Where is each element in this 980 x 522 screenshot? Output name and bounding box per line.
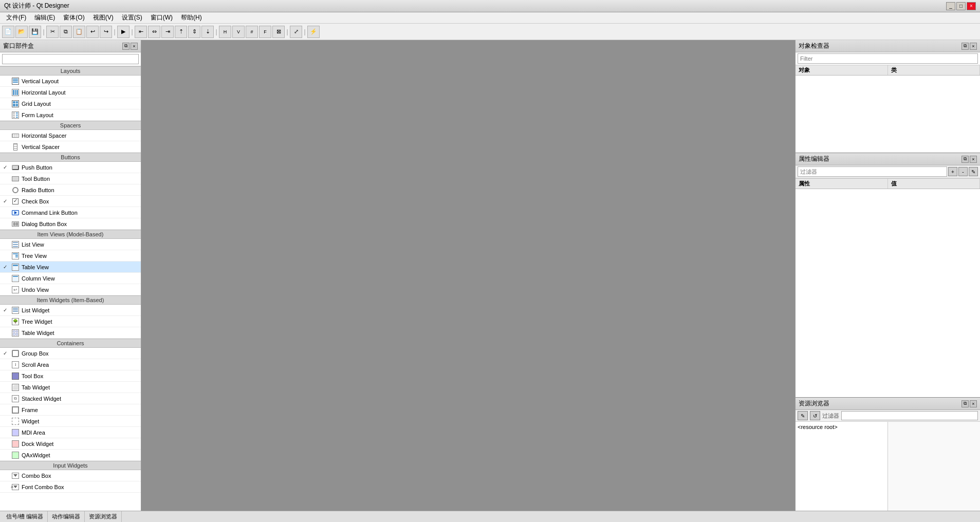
qaxwidget-icon [11, 451, 20, 459]
layout-form-button[interactable]: F [259, 26, 271, 38]
menu-help[interactable]: 帮助(H) [177, 12, 206, 23]
close-button[interactable]: × [967, 2, 976, 10]
section-layouts: Layouts [0, 66, 141, 76]
list-item[interactable]: Vertical Layout [0, 76, 141, 87]
list-item[interactable]: Combo Box [0, 470, 141, 481]
layout-horiz-button[interactable]: H [219, 26, 231, 38]
list-item[interactable]: ✓ List Widget [0, 305, 141, 316]
align-left-button[interactable]: ⇤ [135, 26, 147, 38]
list-item[interactable]: Dialog Button Box [0, 218, 141, 230]
resource-preview [888, 422, 980, 511]
open-button[interactable]: 📂 [15, 26, 28, 38]
widget-box-close-button[interactable]: × [131, 43, 138, 50]
inspector-close-button[interactable]: × [970, 43, 977, 50]
status-action-editor[interactable]: 动作编辑器 [48, 511, 85, 522]
list-widget-icon [11, 306, 20, 314]
list-item[interactable]: ⧉ Stacked Widget [0, 393, 141, 404]
inspector-col-class: 类 [888, 65, 981, 75]
minimize-button[interactable]: _ [946, 2, 955, 10]
tool-button-icon [11, 175, 20, 183]
copy-button[interactable]: ⧉ [60, 26, 72, 38]
menu-form[interactable]: 窗体(O) [59, 12, 88, 23]
list-item[interactable]: Column View [0, 273, 141, 284]
widget-box-float-button[interactable]: ⧉ [122, 43, 130, 50]
preview-button[interactable]: ▶ [117, 26, 130, 38]
list-item[interactable]: Grid Layout [0, 98, 141, 109]
resource-edit-button[interactable]: ✎ [798, 411, 808, 420]
table-view-label: Table View [22, 264, 49, 270]
property-edit-button[interactable]: ✎ [969, 167, 978, 176]
menu-settings[interactable]: 设置(S) [118, 12, 146, 23]
save-button[interactable]: 💾 [29, 26, 41, 38]
property-close-button[interactable]: × [970, 156, 977, 163]
list-item[interactable]: Command Link Button [0, 207, 141, 218]
menu-edit[interactable]: 编辑(E) [30, 12, 59, 23]
list-item[interactable]: Horizontal Layout [0, 87, 141, 98]
list-item[interactable]: Tree View [0, 250, 141, 262]
combo-box-icon [11, 472, 20, 480]
list-item[interactable]: ↩ Undo View [0, 284, 141, 295]
property-remove-button[interactable]: - [958, 167, 968, 176]
adjust-size-button[interactable]: ⤢ [290, 26, 302, 38]
widget-search-box [0, 52, 141, 66]
horizontal-layout-label: Horizontal Layout [22, 89, 66, 96]
list-item[interactable]: Radio Button [0, 184, 141, 196]
list-item[interactable]: Frame [0, 404, 141, 416]
list-item[interactable]: Table Widget [0, 327, 141, 339]
maximize-button[interactable]: □ [956, 2, 966, 10]
property-float-button[interactable]: ⧉ [961, 156, 969, 163]
list-item[interactable]: ⬜ Tab Widget [0, 382, 141, 393]
property-col-name: 属性 [796, 179, 888, 189]
list-item[interactable]: Horizontal Spacer [0, 130, 141, 141]
list-item[interactable]: Dock Widget [0, 438, 141, 450]
list-item[interactable]: ✓ Push Button [0, 162, 141, 173]
inspector-col-object: 对象 [796, 65, 888, 75]
list-item[interactable]: ↕ Scroll Area [0, 359, 141, 370]
redo-button[interactable]: ↪ [100, 26, 112, 38]
list-item[interactable]: A Font Combo Box [0, 481, 141, 493]
list-item[interactable]: Tool Button [0, 173, 141, 184]
align-horiz-button[interactable]: ⇔ [148, 26, 160, 38]
status-signal-editor[interactable]: 信号/槽 编辑器 [2, 511, 48, 522]
paste-button[interactable]: 📋 [73, 26, 85, 38]
property-filter-input[interactable] [798, 166, 947, 177]
undo-button[interactable]: ↩ [86, 26, 99, 38]
canvas-area[interactable] [141, 40, 795, 511]
align-right-button[interactable]: ⇥ [161, 26, 174, 38]
section-input-widgets: Input Widgets [0, 461, 141, 470]
list-item[interactable]: QAxWidget [0, 450, 141, 461]
break-layout-button[interactable]: ⊠ [272, 26, 285, 38]
list-item[interactable]: Form Layout [0, 109, 141, 121]
menu-window[interactable]: 窗口(W) [146, 12, 177, 23]
grid-layout-icon [11, 100, 20, 108]
menu-file[interactable]: 文件(F) [2, 12, 30, 23]
list-item[interactable]: Widget [0, 416, 141, 427]
list-item[interactable]: List View [0, 239, 141, 250]
align-bottom-button[interactable]: ⇣ [201, 26, 214, 38]
resource-float-button[interactable]: ⧉ [961, 400, 969, 407]
menu-view[interactable]: 视图(V) [89, 12, 118, 23]
list-item[interactable]: ✓ ✓ Check Box [0, 196, 141, 207]
list-item[interactable]: ✓ Group Box [0, 348, 141, 359]
inspector-float-button[interactable]: ⧉ [961, 43, 969, 50]
cut-button[interactable]: ✂ [46, 26, 59, 38]
new-button[interactable]: 📄 [2, 26, 14, 38]
signal-slot-button[interactable]: ⚡ [307, 26, 320, 38]
resource-refresh-button[interactable]: ↺ [810, 411, 820, 420]
list-item[interactable]: ✓ Table View [0, 262, 141, 273]
list-item[interactable]: Vertical Spacer [0, 141, 141, 153]
list-item[interactable]: Tool Box [0, 370, 141, 382]
widget-search-input[interactable] [2, 54, 139, 64]
align-top-button[interactable]: ⇡ [175, 26, 187, 38]
layout-grid-button[interactable]: # [246, 26, 258, 38]
property-add-button[interactable]: + [948, 167, 957, 176]
list-item[interactable]: 🌳 Tree Widget [0, 316, 141, 327]
status-resource-browser[interactable]: 资源浏览器 [85, 511, 122, 522]
inspector-filter-input[interactable] [798, 53, 978, 64]
tab-widget-icon: ⬜ [11, 383, 20, 392]
resource-filter-input[interactable] [841, 411, 978, 420]
align-vert-button[interactable]: ⇕ [188, 26, 200, 38]
resource-close-button[interactable]: × [970, 400, 977, 407]
list-item[interactable]: MDI Area [0, 427, 141, 438]
layout-vert-button[interactable]: V [232, 26, 245, 38]
